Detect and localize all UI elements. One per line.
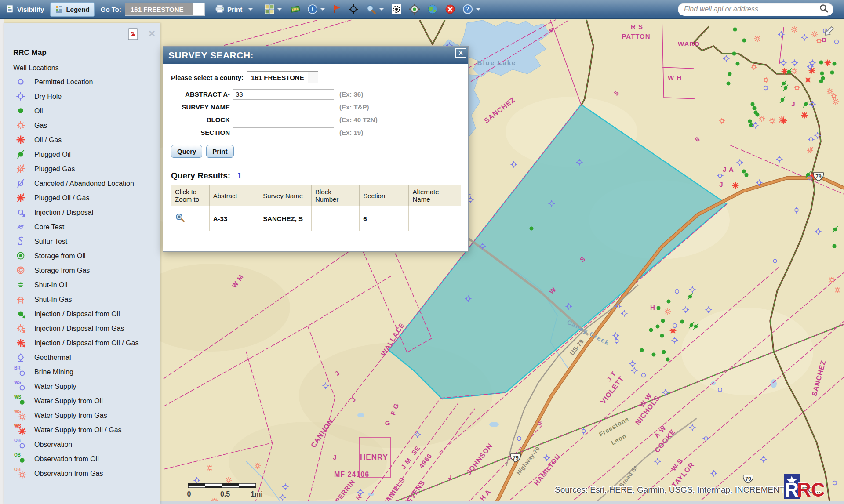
county-select-button[interactable] [308,72,318,83]
county-select[interactable]: 161 FREESTONE [247,71,318,83]
well-marker-dot[interactable] [728,72,731,76]
search-icon[interactable] [819,4,828,15]
zoom-search-icon[interactable] [366,4,376,15]
identify-info-icon[interactable]: i [308,4,317,14]
legend-item-label: Canceled / Abandoned Location [31,179,134,188]
legend-item: Injection / Disposal [4,205,160,220]
dialog-print-button[interactable]: Print [206,145,233,158]
zoom-to-result-button[interactable] [175,213,186,225]
legend-item: Shut-In Oil [4,278,160,292]
legend-item: Oil / Gas [4,133,160,147]
well-marker-dot[interactable] [733,27,737,31]
info-caret-icon[interactable] [320,8,325,11]
well-marker-dot[interactable] [735,62,739,65]
block-input[interactable] [233,115,334,125]
legend-symbol-circle_slash-icon [11,177,31,190]
globe-icon[interactable] [427,4,438,15]
well-marker-dot[interactable] [680,319,684,323]
abstract-input[interactable] [233,89,334,100]
well-marker-dot[interactable] [660,334,664,337]
basemap-gallery-icon[interactable] [265,4,274,14]
well-marker-sunburst_filled[interactable] [732,182,739,189]
zoom-caret-icon[interactable] [379,8,384,11]
well-marker-sunburst_filled[interactable] [781,118,787,124]
well-marker-dot[interactable] [744,173,748,177]
print-button[interactable]: Print [211,3,258,16]
legend-symbol-sunburst_arrow-icon [11,322,31,335]
block-hint: (Ex: 40 T2N) [334,116,378,123]
measure-icon[interactable] [289,5,301,14]
well-marker-sunburst_filled[interactable] [670,328,677,334]
query-button[interactable]: Query [171,145,202,158]
close-red-icon[interactable] [445,4,455,15]
well-marker-dot[interactable] [742,38,746,42]
well-marker-dot[interactable] [748,119,752,123]
well-marker-dot[interactable] [640,348,644,352]
legend-item: Plugged Oil [4,147,160,162]
well-marker-dot[interactable] [832,244,836,248]
dialog-close-button[interactable]: X [455,48,466,58]
well-marker-dot[interactable] [529,226,533,230]
legend-item-label: Plugged Oil [31,150,71,159]
well-marker-dot[interactable] [832,62,836,65]
well-marker-sunburst_filled[interactable] [809,67,815,74]
scale-label: 0.5 [220,490,230,498]
extent-target-icon[interactable] [391,4,402,15]
legend-item: BRBrine Mining [4,365,160,379]
basemap-caret-icon[interactable] [277,8,282,11]
pdf-export-icon[interactable] [128,28,138,42]
well-marker-dot[interactable] [742,169,746,173]
help-icon[interactable]: ? [462,4,473,15]
well-search-box[interactable] [678,3,833,16]
well-marker-dot[interactable] [819,79,823,83]
well-marker-dot[interactable] [655,324,659,328]
results-col-header: Alternate Name [409,185,461,206]
well-marker-dot[interactable] [666,299,670,303]
survey_name-input[interactable] [233,102,334,112]
legend-close-icon[interactable]: × [149,29,155,38]
well-marker-dot[interactable] [752,106,756,110]
svg-text:WS: WS [14,380,21,385]
well-marker-dot[interactable] [662,350,666,354]
legend-symbol-sunburst_slash-icon [11,163,31,176]
flag-icon[interactable] [332,4,341,14]
well-marker-dot[interactable] [732,51,736,55]
legend-label: Legend [66,6,89,13]
goto-county-select[interactable]: 161 FREESTONE [125,3,205,16]
well-marker-sunburst_filled[interactable] [825,60,831,66]
well-marker-dot[interactable] [820,71,824,75]
result-abstract: A-33 [209,206,259,231]
well-marker-dot[interactable] [830,70,834,74]
well-marker-dot[interactable] [726,81,730,85]
well-marker-sunburst_filled[interactable] [805,77,811,83]
legend-title: RRC Map [13,48,160,57]
legend-symbol-storage_oil-icon [11,250,31,263]
crosshair-icon[interactable] [348,4,359,15]
well-marker-sunburst_filled[interactable] [782,68,788,75]
well-marker-dot[interactable] [651,352,655,356]
well-marker-dot[interactable] [750,102,754,106]
dialog-title-bar[interactable]: SURVEY SEARCH: X [163,47,468,64]
legend-subtitle: Well Locations [13,64,160,72]
well-search-input[interactable] [683,5,819,14]
legend-symbol-sunburst-icon [11,119,31,132]
well-marker-dot[interactable] [819,60,823,64]
well-marker-sunburst_filled[interactable] [801,112,808,119]
gps-locate-icon[interactable] [409,4,420,15]
help-caret-icon[interactable] [476,8,481,11]
well-marker-dot[interactable] [649,328,653,332]
goto-county-rest [193,3,204,15]
well-marker-dot[interactable] [666,357,669,361]
section-input[interactable] [233,127,334,138]
legend-item-label: Plugged Gas [31,165,75,174]
well-marker-dot[interactable] [661,319,665,323]
well-marker-dot[interactable] [656,306,660,310]
well-marker-dot[interactable] [755,112,759,116]
results-col-header: Section [360,185,409,206]
legend-item: Injection / Disposal from Gas [4,321,160,336]
legend-item-label: Geothermal [31,353,71,362]
visibility-button[interactable]: Visibility [2,3,48,16]
legend-item: Oil [4,104,160,118]
legend-button[interactable]: Legend [50,2,94,17]
map-label: MF 24106 [334,471,369,478]
